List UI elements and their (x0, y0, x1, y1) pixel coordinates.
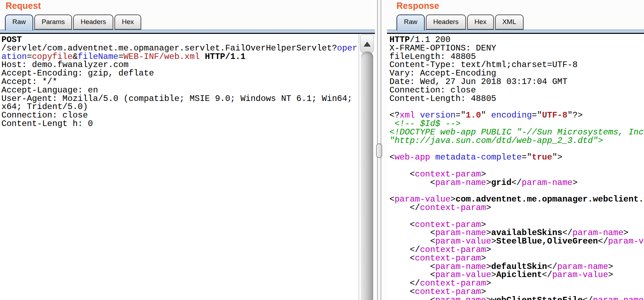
code-line (389, 103, 644, 111)
code-line: <context-param> (389, 221, 644, 229)
code-line (389, 212, 644, 221)
code-line: <param-name>webClientStateFile</param-na… (389, 296, 644, 300)
code-line: <context-param> (389, 170, 644, 179)
code-line: </context-param> (389, 246, 644, 254)
http-message-viewer: Request RawParamsHeadersHex POST/servlet… (0, 0, 644, 300)
response-raw-text: HTTP/1.1 200X-FRAME-OPTIONS: DENYfileLen… (387, 34, 644, 300)
response-tabbar: RawHeadersHexXML (396, 13, 525, 30)
code-line: Content-Type: text/html;charset=UTF-8 (389, 61, 644, 69)
code-line: <param-value>Apiclient</param-value> (389, 271, 644, 279)
code-line: X-FRAME-OPTIONS: DENY (389, 44, 644, 53)
code-line: <param-name>availableSkins</param-name> (389, 229, 644, 237)
code-line: Date: Wed, 27 Jun 2018 03:17:04 GMT (389, 78, 644, 86)
code-line: Content-Lengt h: 0 (1, 120, 359, 128)
code-line: <!-- $Id$ --> (389, 120, 644, 128)
code-line: <context-param> (389, 254, 644, 263)
code-line: Accept-Language: en (1, 86, 359, 95)
tab-label: Hex (475, 18, 487, 25)
code-line: "http://java.sun.com/dtd/web-app_2_3.dtd… (389, 137, 644, 145)
code-line (389, 162, 644, 170)
tab-raw[interactable]: Raw (396, 14, 425, 30)
tab-hex[interactable]: Hex (467, 14, 494, 30)
code-line: /servlet/com.adventnet.me.opmanager.serv… (1, 44, 359, 53)
tab-headers[interactable]: Headers (73, 14, 113, 30)
tab-params[interactable]: Params (34, 14, 72, 30)
tab-label: Hex (122, 18, 134, 25)
arrow-up-icon (364, 42, 371, 47)
code-line: x64; Trident/5.0) (1, 103, 359, 111)
code-line: <param-name>grid</param-name> (389, 179, 644, 187)
tab-label: Headers (433, 18, 459, 25)
code-line: Vary: Accept-Encoding (389, 69, 644, 78)
tab-label: Raw (404, 18, 417, 25)
tab-label: Raw (12, 18, 26, 25)
response-panel: Response RawHeadersHexXML HTTP/1.1 200X-… (387, 0, 644, 300)
code-line: Connection: close (389, 86, 644, 95)
tab-xml[interactable]: XML (495, 14, 524, 30)
splitter-grip-icon[interactable] (376, 143, 382, 158)
tab-label: XML (502, 18, 516, 25)
code-line: Accept-Encoding: gzip, deflate (1, 69, 359, 78)
code-line (389, 187, 644, 195)
code-line: </context-param> (389, 279, 644, 288)
code-line: Host: demo.fwanalyzer.com (1, 61, 359, 69)
request-panel-title: Request (6, 1, 41, 11)
request-raw-text: POST/servlet/com.adventnet.me.opmanager.… (0, 34, 359, 128)
code-line: </context-param> (389, 204, 644, 212)
response-tabpane-top-strip (387, 30, 644, 34)
code-line: <param-value>SteelBlue,OliveGreen</param… (389, 237, 644, 246)
code-line (389, 145, 644, 153)
code-line: <?xml version="1.0" encoding="UTF-8"?> (389, 111, 644, 120)
code-line: ation=copyfile&fileName=WEB-INF/web.xml … (1, 53, 359, 61)
scrollbar-thumb[interactable] (361, 52, 373, 300)
code-line: <param-value>com.adventnet.me.opmanager.… (389, 195, 644, 204)
code-line: Content-Length: 48805 (389, 95, 644, 103)
code-line: fileLength: 48805 (389, 53, 644, 61)
request-panel: Request RawParamsHeadersHex POST/servlet… (0, 0, 375, 300)
code-line: <context-param> (389, 288, 644, 296)
code-line: POST (1, 36, 359, 44)
code-line: <!DOCTYPE web-app PUBLIC "-//Sun Microsy… (389, 128, 644, 137)
panel-splitter[interactable] (377, 0, 381, 300)
request-tabbar: RawParamsHeadersHex (5, 13, 142, 30)
code-line: User-Agent: Mozilla/5.0 (compatible; MSI… (1, 95, 359, 103)
code-line: Accept: */* (1, 78, 359, 86)
response-raw-editor[interactable]: HTTP/1.1 200X-FRAME-OPTIONS: DENYfileLen… (387, 34, 644, 300)
response-panel-title: Response (396, 1, 439, 11)
code-line: <param-name>defaultSkin</param-name> (389, 263, 644, 271)
tab-raw[interactable]: Raw (5, 14, 33, 30)
code-line: Connection: close (1, 111, 359, 120)
tab-headers[interactable]: Headers (426, 14, 466, 30)
request-raw-editor[interactable]: POST/servlet/com.adventnet.me.opmanager.… (0, 34, 359, 300)
request-tabpane-top-strip (0, 30, 375, 34)
tab-label: Params (42, 18, 65, 25)
code-line: <web-app metadata-complete="true"> (389, 153, 644, 162)
tab-label: Headers (80, 18, 106, 25)
tab-hex[interactable]: Hex (114, 14, 141, 30)
scroll-up-button[interactable] (360, 35, 374, 54)
code-line: HTTP/1.1 200 (389, 36, 644, 44)
request-vertical-scrollbar[interactable] (359, 34, 375, 300)
